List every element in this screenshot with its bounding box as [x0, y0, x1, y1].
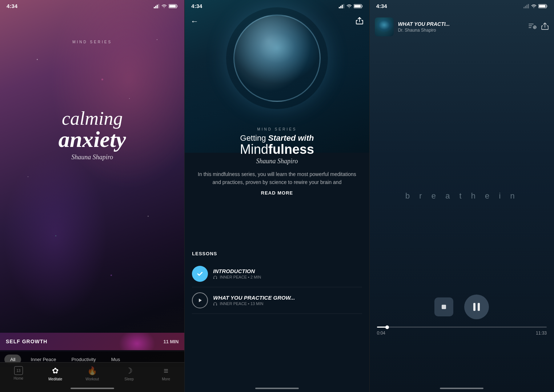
svg-rect-1: [155, 6, 156, 8]
svg-rect-10: [343, 4, 344, 8]
phone2-description: In this mindfulness series, you will lea…: [193, 170, 360, 187]
np-action-icons: [529, 22, 549, 32]
svg-rect-26: [442, 305, 446, 309]
status-bar-2: 4:34: [185, 0, 369, 11]
progress-current: 0:04: [377, 331, 385, 336]
svg-rect-13: [354, 5, 361, 7]
lesson-done-icon: [192, 266, 208, 282]
home-icon-label: 13: [16, 369, 20, 373]
workout-icon: 🔥: [87, 366, 97, 376]
progress-thumb: [385, 325, 389, 329]
progress-track: [377, 327, 547, 328]
svg-rect-27: [473, 303, 475, 311]
pause-button[interactable]: [464, 295, 489, 319]
lesson-item-2[interactable]: WHAT YOU PRACTICE GROW... INNER PEACE • …: [192, 287, 362, 314]
svg-rect-14: [213, 278, 214, 279]
svg-rect-0: [154, 7, 155, 8]
breathe-text: b r e a t h e i n: [370, 191, 554, 201]
phone1-series-label: MIND SERIES: [0, 40, 184, 44]
battery-icon-2: [354, 4, 363, 8]
album-art: [375, 17, 394, 36]
back-button[interactable]: ←: [190, 17, 198, 26]
signal-icon-2: [339, 4, 345, 8]
svg-rect-8: [340, 6, 341, 8]
lesson-item-1[interactable]: INTRODUCTION INNER PEACE • 2 MIN: [192, 261, 362, 287]
read-more-button[interactable]: READ MORE: [193, 190, 360, 196]
phone-2: 4:34 ← MIND SERIES: [185, 0, 369, 392]
lesson-info-2: WHAT YOU PRACTICE GROW... INNER PEACE • …: [213, 295, 295, 306]
lessons-header: LESSONS: [192, 251, 362, 256]
svg-rect-16: [213, 304, 214, 305]
wifi-icon-3: [531, 4, 537, 8]
play-icon: [197, 297, 203, 303]
share-icon-np: [541, 22, 549, 30]
progress-bar-container[interactable]: 0:04 11:33: [377, 327, 547, 336]
svg-rect-12: [362, 5, 362, 7]
headphone-icon-1: [213, 275, 217, 280]
tab-workout-label-1: Workout: [85, 377, 99, 381]
lesson-play-icon: [192, 292, 208, 308]
checkmark-icon: [196, 270, 204, 277]
stop-button[interactable]: [434, 297, 453, 316]
signal-icon: [154, 4, 160, 8]
now-playing-bar: WHAT YOU PRACTI... Dr. Shauna Shapiro: [370, 15, 554, 39]
phone-3: 4:34 WHAT YOU PRACTI...: [370, 0, 554, 392]
home-icon: 13: [14, 366, 23, 375]
signal-icon-3: [523, 4, 529, 8]
battery-icon: [169, 4, 178, 8]
svg-rect-5: [177, 5, 178, 7]
battery-icon-3: [538, 4, 547, 8]
tab-home-label-1: Home: [13, 376, 23, 380]
lesson-title-2: WHAT YOU PRACTICE GROW...: [213, 295, 295, 301]
phone1-author: Shauna Shapiro: [7, 153, 177, 161]
tab-sleep-1[interactable]: ☽ Sleep: [111, 366, 147, 381]
np-track-artist: Dr. Shauna Shapiro: [398, 28, 524, 33]
share-icon: [356, 17, 364, 25]
breathe-display: b r e a t h e i n: [370, 191, 554, 201]
wifi-icon: [161, 4, 167, 8]
svg-rect-23: [546, 5, 547, 7]
phone1-title-area: calming anxiety Shauna Shapiro: [0, 109, 184, 161]
home-indicator-2: [255, 388, 299, 389]
phone1-title-calming: calming: [7, 109, 177, 128]
phone2-title-bold-started: Started with: [268, 133, 314, 143]
playback-controls: [370, 295, 554, 319]
svg-rect-18: [523, 7, 525, 8]
share-button[interactable]: [356, 17, 364, 27]
phone2-title-bold-fulness: fulness: [268, 142, 314, 157]
headphone-icon-2: [213, 302, 217, 306]
share-icon-3[interactable]: [541, 22, 549, 32]
phone1-bottom-card[interactable]: SELF GROWTH 11 MIN: [0, 333, 184, 350]
phone2-lightning-visual: [226, 7, 328, 109]
progress-times: 0:04 11:33: [377, 331, 547, 336]
home-indicator-1: [71, 388, 114, 389]
status-time-3: 4:34: [376, 3, 387, 9]
tab-meditate-1[interactable]: ✿ Meditate: [37, 366, 73, 381]
svg-rect-6: [169, 5, 176, 7]
svg-rect-2: [157, 5, 158, 8]
tab-more-label-1: More: [162, 377, 170, 381]
tab-workout-1[interactable]: 🔥 Workout: [74, 366, 111, 381]
album-art-visual: [375, 17, 394, 36]
status-bar-3: 4:34: [370, 0, 554, 11]
phone2-title-line3: Mindfulness: [193, 143, 360, 156]
progress-total: 11:33: [536, 331, 547, 336]
lesson-title-1: INTRODUCTION: [213, 268, 261, 274]
np-track-title: WHAT YOU PRACTI...: [398, 21, 524, 27]
tab-more-1[interactable]: ≡ More: [148, 366, 184, 381]
np-track-info: WHAT YOU PRACTI... Dr. Shauna Shapiro: [398, 21, 524, 33]
phone2-series-label: MIND SERIES: [193, 127, 360, 131]
lightning-ring: [233, 15, 321, 102]
svg-rect-20: [526, 5, 527, 8]
add-to-playlist-icon[interactable]: [529, 23, 537, 32]
status-icons-2: [339, 4, 363, 8]
card-flower-decoration: [119, 333, 155, 350]
phone1-card-bg: [0, 333, 184, 350]
more-icon-1: ≡: [164, 366, 168, 376]
svg-rect-19: [525, 6, 526, 8]
phone-1: 4:34 MIND SERIES calming anxiety Sha: [0, 0, 185, 392]
lesson-info-1: INTRODUCTION INNER PEACE • 2 MIN: [213, 268, 261, 280]
svg-rect-15: [216, 278, 217, 279]
tab-home-1[interactable]: 13 Home: [0, 366, 37, 380]
lesson-meta-text-1: INNER PEACE • 2 MIN: [220, 275, 261, 279]
